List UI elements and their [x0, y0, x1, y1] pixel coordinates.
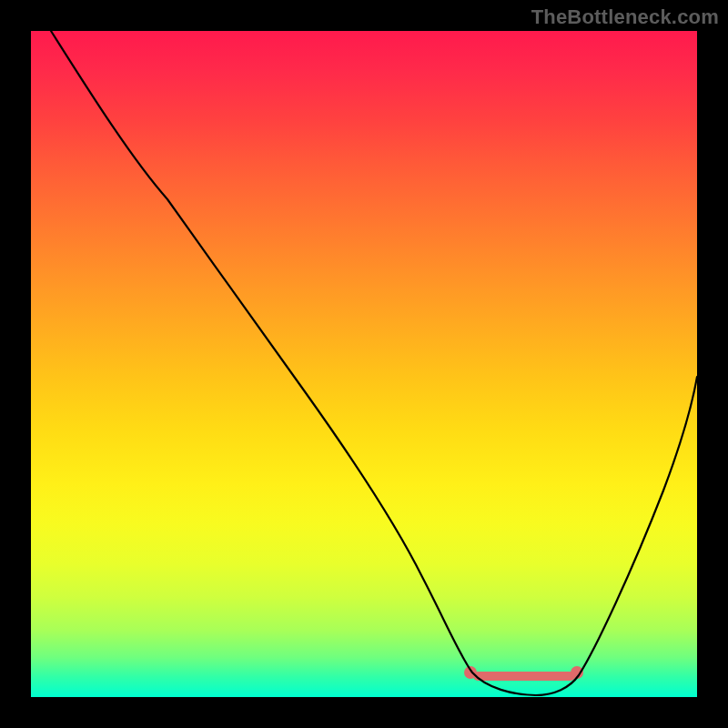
optimal-range-markers [464, 666, 583, 681]
chart-svg [31, 31, 697, 697]
watermark-text: TheBottleneck.com [531, 5, 719, 29]
bottleneck-chart: TheBottleneck.com [0, 0, 728, 728]
plot-area [31, 31, 697, 697]
optimal-start-marker [464, 666, 477, 679]
bottleneck-curve [51, 31, 697, 695]
optimal-band [473, 672, 575, 681]
